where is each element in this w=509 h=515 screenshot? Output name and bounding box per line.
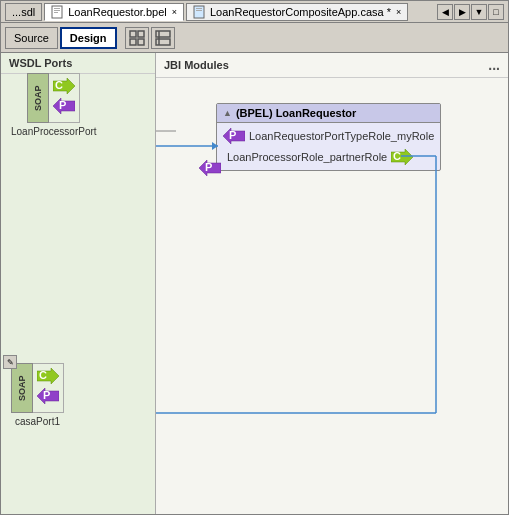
svg-rect-9 xyxy=(130,39,136,45)
bpel-module-title: (BPEL) LoanRequestor xyxy=(236,107,356,119)
soap1-consume-port[interactable]: P xyxy=(53,98,75,114)
consume-arrow-icon-1: P xyxy=(53,98,75,114)
soap-block-2: SOAP ✎ C xyxy=(11,363,64,427)
tab-scroll-right[interactable]: ▶ xyxy=(454,4,470,20)
jbi-title: JBI Modules xyxy=(164,59,229,71)
soap2-provide-port[interactable]: C xyxy=(37,368,59,384)
svg-text:P: P xyxy=(205,161,212,173)
svg-rect-2 xyxy=(54,10,60,11)
svg-rect-5 xyxy=(196,8,202,9)
bpel-module: ▲ (BPEL) LoanRequestor P LoanRequestorPo… xyxy=(216,103,441,171)
consume-arrow-icon-2: P xyxy=(37,388,59,404)
tab-menu[interactable]: ▼ xyxy=(471,4,487,20)
bpel-expand-icon[interactable]: ▲ xyxy=(223,108,232,118)
myrole-port-icon: P xyxy=(223,128,245,144)
restore-btn[interactable]: □ xyxy=(488,4,504,20)
tab-sdl-label: ...sdl xyxy=(12,6,35,18)
soap-label-2: SOAP xyxy=(11,363,33,413)
tab-sdl[interactable]: ...sdl xyxy=(5,3,42,21)
soap1-provide-port[interactable]: C xyxy=(53,78,75,94)
title-bar: ...sdl LoanRequestor.bpel × LoanRequesto… xyxy=(1,1,508,23)
svg-rect-12 xyxy=(156,39,170,45)
partnerrole-port-label: LoanProcessorRole_partnerRole xyxy=(223,151,387,163)
bpel-ports: P LoanRequestorPortTypeRole_myRole LoanP… xyxy=(217,123,440,170)
tab-casa-close[interactable]: × xyxy=(396,7,401,17)
bpel-port-myrole[interactable]: P LoanRequestorPortTypeRole_myRole xyxy=(221,127,436,145)
more-button[interactable]: ... xyxy=(488,57,500,73)
provide-connector-arrow: P xyxy=(199,160,221,178)
svg-text:P: P xyxy=(229,129,236,141)
bpel-port-partnerrole[interactable]: LoanProcessorRole_partnerRole C xyxy=(221,148,436,166)
casa-file-icon xyxy=(193,5,207,19)
svg-rect-11 xyxy=(156,31,170,37)
bpel-file-icon xyxy=(51,5,65,19)
myrole-port-label: LoanRequestorPortTypeRole_myRole xyxy=(249,130,434,142)
tab-bpel-label: LoanRequestor.bpel xyxy=(68,6,166,18)
partnerrole-port-icon: C xyxy=(391,149,413,165)
svg-text:C: C xyxy=(55,79,63,91)
nav-icon-1[interactable] xyxy=(125,27,149,49)
soap2-port-label: casaPort1 xyxy=(15,416,60,427)
svg-rect-8 xyxy=(138,31,144,37)
tab-casa-label: LoanRequestorCompositeApp.casa * xyxy=(210,6,391,18)
wsdl-title: WSDL Ports xyxy=(9,57,72,69)
jbi-panel-header: JBI Modules ... xyxy=(156,53,508,78)
soap-block-1: SOAP C xyxy=(11,73,97,137)
svg-rect-6 xyxy=(196,10,202,11)
layout-icon xyxy=(155,30,171,46)
svg-rect-4 xyxy=(194,6,204,18)
svg-rect-10 xyxy=(138,39,144,45)
soap1-port-label: LoanProcessorPort xyxy=(11,126,97,137)
svg-text:P: P xyxy=(43,389,50,401)
edit-icon: ✎ xyxy=(3,355,17,369)
wsdl-panel: WSDL Ports SOAP C xyxy=(1,53,156,514)
provide-arrow-icon-2: C xyxy=(37,368,59,384)
tab-scroll-left[interactable]: ◀ xyxy=(437,4,453,20)
tab-casa[interactable]: LoanRequestorCompositeApp.casa * × xyxy=(186,3,408,21)
svg-text:C: C xyxy=(39,369,47,381)
wsdl-panel-header: WSDL Ports xyxy=(1,53,155,74)
provide-arrow-icon-1: C xyxy=(53,78,75,94)
svg-rect-3 xyxy=(54,12,58,13)
svg-rect-7 xyxy=(130,31,136,37)
svg-text:C: C xyxy=(393,150,401,162)
soap2-consume-port[interactable]: P xyxy=(37,388,59,404)
tab-bpel-close[interactable]: × xyxy=(172,7,177,17)
jbi-panel: JBI Modules ... ▲ (BPEL) LoanRequestor P xyxy=(156,53,508,514)
nav-icon-2[interactable] xyxy=(151,27,175,49)
tab-bpel[interactable]: LoanRequestor.bpel × xyxy=(44,3,184,21)
bpel-module-header: ▲ (BPEL) LoanRequestor xyxy=(217,104,440,123)
source-button[interactable]: Source xyxy=(5,27,58,49)
connector-provide-icon: P xyxy=(199,160,221,176)
main-area: WSDL Ports SOAP C xyxy=(1,53,508,514)
main-window: ...sdl LoanRequestor.bpel × LoanRequesto… xyxy=(0,0,509,515)
soap-label-1: SOAP xyxy=(27,73,49,123)
design-button[interactable]: Design xyxy=(60,27,117,49)
svg-text:P: P xyxy=(59,99,66,111)
nav-bar: Source Design xyxy=(1,23,508,53)
svg-rect-1 xyxy=(54,8,60,9)
grid-icon xyxy=(129,30,145,46)
